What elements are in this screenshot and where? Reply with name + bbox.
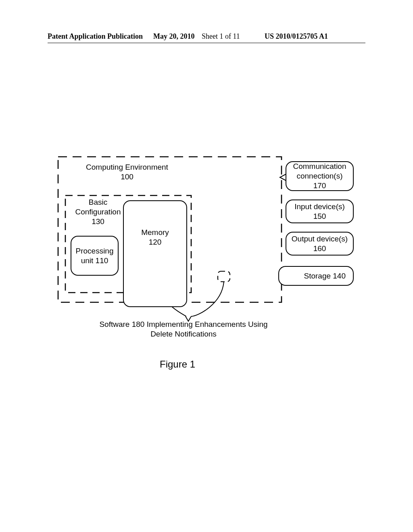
memory-box: Memory 120 bbox=[123, 200, 187, 307]
svg-rect-3 bbox=[218, 271, 230, 282]
processing-unit-box: Processing unit 110 bbox=[71, 236, 119, 276]
figure-1-diagram: Computing Environment 100 Basic Configur… bbox=[56, 155, 307, 369]
header-date: May 20, 2010 bbox=[153, 32, 195, 41]
communication-text1: Communication bbox=[293, 162, 346, 171]
header-pubno: US 2010/0125705 A1 bbox=[265, 32, 328, 41]
basic-configuration-text1: Basic bbox=[89, 198, 107, 206]
header-sheet: Sheet 1 of 11 bbox=[202, 32, 240, 41]
output-ref: 160 bbox=[313, 244, 326, 254]
software-caption: Software 180 Implementing Enhancements U… bbox=[85, 320, 282, 339]
software-line1: Software 180 Implementing Enhancements U… bbox=[99, 320, 267, 328]
header-publication: Patent Application Publication bbox=[48, 32, 143, 41]
computing-environment-ref: 100 bbox=[121, 172, 133, 181]
memory-text1: Memory bbox=[141, 228, 169, 237]
computing-environment-label: Computing Environment 100 bbox=[67, 162, 188, 182]
communication-ref: 170 bbox=[313, 181, 326, 191]
software-line2: Delete Notifications bbox=[150, 330, 217, 338]
output-devices-box: Output device(s) 160 bbox=[286, 232, 354, 256]
basic-configuration-text2: Configuration bbox=[75, 208, 121, 216]
processing-unit-text2: unit 110 bbox=[81, 256, 108, 266]
input-text1: Input device(s) bbox=[294, 202, 345, 212]
input-ref: 150 bbox=[313, 212, 326, 221]
header-rule bbox=[48, 43, 365, 43]
basic-configuration-label: Basic Configuration 130 bbox=[70, 197, 126, 226]
computing-environment-text: Computing Environment bbox=[86, 163, 168, 171]
communication-box: Communication connection(s) 170 bbox=[286, 161, 354, 191]
basic-configuration-ref: 130 bbox=[92, 217, 104, 226]
communication-text2: connection(s) bbox=[296, 171, 342, 181]
processing-unit-text1: Processing bbox=[76, 246, 114, 256]
figure-caption: Figure 1 bbox=[56, 359, 298, 370]
storage-box: Storage 140 bbox=[278, 266, 354, 286]
output-text1: Output device(s) bbox=[292, 234, 348, 244]
memory-text2: 120 bbox=[149, 237, 162, 247]
storage-text: Storage 140 bbox=[304, 271, 346, 281]
input-devices-box: Input device(s) 150 bbox=[286, 200, 354, 223]
